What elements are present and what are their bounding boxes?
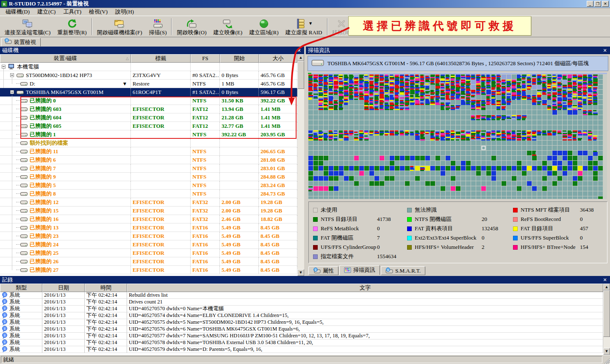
toolbar-button-6[interactable]: 建立區域(R) [246,17,282,36]
drive-row[interactable]: 已辨識的 24EFISECTORFAT165.49 GB8.45 GB [0,240,297,249]
scan-tab-0[interactable]: i屬性 [308,266,338,275]
drive-row[interactable]: 已辨識的 7NTFS283.01 GB [0,164,297,173]
drive-start-cell: 5.49 GB [220,266,259,274]
drive-row[interactable]: ST500DM002-1BD142 HP73Z3TXG4VY#0 SATA2…0… [0,71,297,80]
scan-panel-close-icon[interactable]: ✕ [602,48,608,53]
close-button[interactable]: ✕ [602,1,609,7]
scroll-up-icon[interactable]: ▲ [603,284,610,290]
drive-row[interactable]: 已辨識的 26EFISECTORFAT165.49 GB8.45 GB [0,257,297,266]
drive-row[interactable]: 已辨識的 5NTFS283.24 GB [0,181,297,190]
drive-row[interactable]: 已辨識的 9NTFS284.88 GB [0,173,297,181]
toolbar-button-2[interactable]: 開啟磁碟機檔案(F) [94,17,146,36]
resize-grip[interactable] [604,358,610,364]
log-column-header-2[interactable]: 時間 [85,284,127,292]
drives-panel-close-icon[interactable]: ✕ [296,48,302,53]
scan-tab-2[interactable]: SS.M.A.R.T. [381,266,425,275]
drive-label-cell: EFISECTOR [131,122,191,130]
log-type-label: 系統 [9,306,20,312]
menu-item-1[interactable]: 建立(C) [33,8,59,16]
drive-row[interactable]: 已辨識的 6NTFS281.08 GB [0,156,297,164]
scroll-down-icon[interactable]: ▼ [603,348,610,355]
scroll-down-icon[interactable]: ▼ [297,269,304,276]
toolbar-button-5[interactable]: 建立映像(E) [210,17,246,36]
drive-row[interactable]: 已辨識的 1NTFS392.22 GB203.95 GB [0,130,297,139]
info-balloon-icon: i [2,312,8,319]
minimize-button[interactable]: _ [587,1,593,7]
maximize-button[interactable]: ❐ [594,1,601,7]
log-panel-close-icon[interactable]: ✕ [602,277,608,283]
menu-item-0[interactable]: 磁碟機(D) [2,8,33,16]
expand-toggle[interactable] [2,65,6,69]
log-row[interactable]: i系統2016/1/13下午 02:42:14Drives count 21 [0,299,603,306]
drive-row[interactable]: 已辨識的 8NTFS284.73 GB [0,190,297,198]
scan-tab-1[interactable]: 掃描資訊 [339,265,380,275]
column-header-0[interactable]: 裝置/磁碟△ [0,54,131,63]
drive-row[interactable]: 已辨識的 23EFISECTORFAT165.49 GB8.45 GB [0,232,297,240]
drive-row[interactable]: 已辨識的 604EFISECTORFAT1221.28 GB1.41 MB [0,113,297,122]
log-column-header-0[interactable]: 類型 [0,284,42,292]
column-header-4[interactable]: 大小 [259,54,297,63]
scroll-up-icon[interactable]: ▲ [297,54,304,61]
dropdown-arrow-icon[interactable]: ▼ [309,22,312,25]
drive-row[interactable]: 已辨識的 13EFISECTORFAT165.49 GB8.45 GB [0,223,297,232]
drive-row[interactable]: 已辨識的 605EFISECTORFAT1232.77 GB1.41 MB [0,122,297,130]
log-row[interactable]: i系統2016/1/13下午 02:42:14UID=405270575 dwI… [0,319,603,326]
column-header-2[interactable]: FS [191,54,220,63]
drive-size-cell: 465.76 GB [259,71,297,80]
toolbar-button-4[interactable]: 開啟映像(O) [173,17,210,36]
column-header-1[interactable]: 標籤 [131,54,191,63]
drive [20,115,28,120]
legend-item: ReFS BootRecord0 [513,215,594,224]
legend-swatch [407,226,412,231]
drive-row[interactable]: 已辨識的 603EFISECTORFAT1213.94 GB1.41 MB [0,105,297,113]
scrollbar-thumb[interactable] [603,290,610,337]
toolbar-button-3[interactable]: 掃描(S) [146,17,170,36]
log-column-header-3[interactable]: 文字 [127,284,603,292]
toolbar-button-0[interactable]: 連接至遠端電腦(C) [1,17,54,36]
log-row[interactable]: i系統2016/1/13下午 02:42:14UID=405270578 dwI… [0,339,603,346]
log-row[interactable]: i系統2016/1/13下午 02:42:14UID=405270577 dwI… [0,333,603,339]
drives-scrollbar[interactable]: ▲ ▼ [297,54,304,276]
drive-row[interactable]: 已辨識的 16EFISECTORFAT322.46 GB18.82 GB [0,215,297,223]
drive-row[interactable]: 已辨識的 12EFISECTORFAT322.00 GB19.28 GB [0,198,297,207]
log-row[interactable]: i系統2016/1/13下午 02:42:14UID=405270570 dwI… [0,306,603,312]
log-row[interactable]: i系統2016/1/13下午 02:42:14UID=405270574 dwI… [0,312,603,319]
tab-device-view[interactable]: i 裝置檢視 [1,38,41,47]
drive-row[interactable]: 已辨識的 0NTFS31.50 KB392.22 GB [0,97,297,105]
drive-size-cell: 1.41 MB [259,113,297,122]
drive-name-cell: 已辨識的 27 [0,266,131,274]
drive-row[interactable]: 本機電腦 [0,63,297,71]
drive-label-cell [131,130,191,139]
drive-row[interactable]: 已辨識的 25EFISECTORFAT165.49 GB8.45 GB [0,249,297,257]
drive-row[interactable]: 已辨識的 15EFISECTORFAT322.00 GB19.28 GB [0,207,297,215]
column-header-3[interactable]: 開始 [220,54,259,63]
menu-item-2[interactable]: 工具(T) [59,8,85,16]
log-column-header-1[interactable]: 日期 [42,284,85,292]
volume-dropdown-icon[interactable]: ▼ [123,82,126,86]
app-window: R R-STUDIO 7.2.154997 - 裝置檢視 _ ❐ ✕ 磁碟機(D… [0,0,610,364]
log-date-cell: 2016/1/13 [42,319,85,326]
drive-size-cell: 203.95 GB [259,130,297,139]
drive-row[interactable]: 已辨識的 11NTFS206.65 GB [0,147,297,156]
log-row[interactable]: i系統2016/1/13下午 02:42:14UID=405270576 dwI… [0,326,603,333]
log-scrollbar[interactable]: ▲ ▼ [603,284,610,355]
log-row[interactable]: i系統2016/1/13下午 02:42:14Rebuild drives li… [0,292,603,299]
remove-icon [336,18,347,29]
toolbar-button-7[interactable]: ▼建立虛擬 RAID [282,17,325,36]
toolbar-button-1[interactable]: 重新整理(R) [54,17,90,36]
legend-swatch [313,217,318,222]
scrollbar-thumb[interactable] [297,61,304,89]
tree-branch-line [16,168,20,168]
log-time-cell: 下午 02:42:14 [85,319,127,326]
drive-label-cell [131,63,191,71]
drive-row[interactable]: 額外找到的檔案 [0,139,297,147]
drive-row[interactable]: D:▼RestoreNTFS1 MB465.76 GB [0,80,297,88]
drive-row[interactable]: TOSHIBA MK6475GSX GT001M61ROC4P1T#1 SATA… [0,88,297,97]
menu-item-4[interactable]: 說明(H) [111,8,138,16]
log-text-cell: UID=405270578 dwIdx=8 Name=TOSHIBA Exter… [127,339,603,346]
menu-item-3[interactable]: 檢視(V) [85,8,111,16]
drive-row[interactable]: 已辨識的 27EFISECTORFAT165.49 GB8.45 GB [0,266,297,274]
legend-item: FAT 目錄項目457 [513,224,594,233]
log-row[interactable]: i系統2016/1/13下午 02:42:14UID=405270579 dwI… [0,346,603,353]
scan-block-map[interactable] [308,73,607,199]
